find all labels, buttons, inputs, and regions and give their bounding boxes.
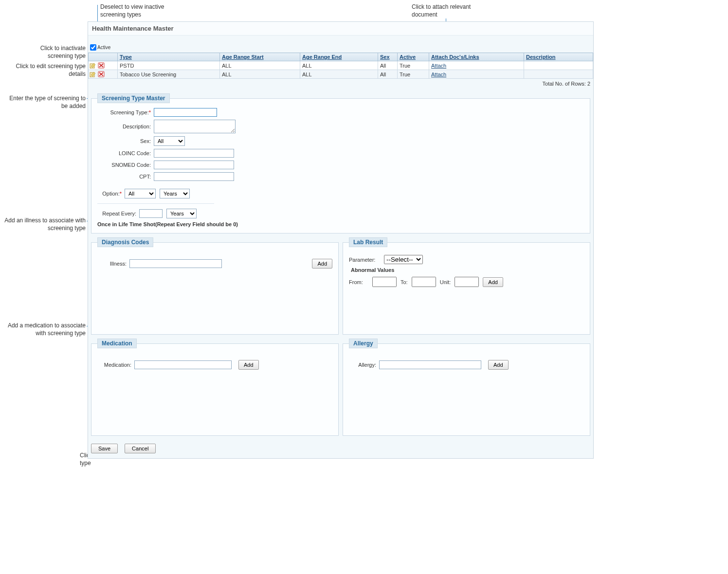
medication-input[interactable] — [134, 360, 232, 369]
to-label: To: — [400, 279, 408, 285]
sex-label: Sex: — [97, 138, 151, 144]
allergy-label: Allergy: — [349, 362, 376, 368]
abnormal-label: Abnormal Values — [351, 267, 584, 273]
diagnosis-codes: Diagnosis Codes Illness: Add — [91, 237, 339, 335]
cell-agestart: ALL — [220, 70, 300, 79]
cell-sex: All — [378, 70, 398, 79]
repeat-note: Once in Life Time Shot(Repeat Every Fiel… — [97, 221, 584, 227]
from-label: From: — [349, 279, 368, 285]
cell-desc — [524, 70, 593, 79]
add-lab-button[interactable]: Add — [483, 277, 503, 287]
app-panel: Health Maintenance Master Active Type Ag… — [88, 21, 594, 459]
allergy-section: Allergy Allergy: Add — [343, 339, 590, 436]
unit-label: Unit: — [440, 279, 451, 285]
cpt-input[interactable] — [154, 172, 234, 181]
screening-grid: Type Age Range Start Age Range End Sex A… — [88, 53, 593, 79]
active-row: Active — [88, 36, 593, 53]
delete-icon[interactable] — [98, 62, 105, 69]
screeningtype-label: Screening Type:* — [97, 109, 151, 115]
add-illness-button[interactable]: Add — [312, 259, 332, 269]
from-input[interactable] — [372, 277, 397, 287]
fieldset-legend: Lab Result — [349, 237, 387, 247]
repeat-unit-select[interactable]: Years — [166, 209, 197, 218]
cell-type: Tobacco Use Screening — [118, 70, 220, 79]
sex-select[interactable]: All — [154, 136, 185, 146]
option-select[interactable]: All — [125, 189, 156, 198]
illness-input[interactable] — [129, 259, 222, 268]
loinc-label: LOINC Code: — [97, 150, 151, 156]
edit-icon[interactable] — [90, 71, 96, 77]
cell-active: True — [398, 61, 429, 70]
parameter-select[interactable]: --Select-- — [384, 255, 423, 264]
attach-link[interactable]: Attach — [431, 63, 446, 69]
snomed-input[interactable] — [154, 161, 234, 169]
col-type[interactable]: Type — [118, 53, 220, 61]
callout-edit: Click to edit screening type details — [10, 62, 86, 78]
cpt-label: CPT: — [97, 174, 151, 179]
lab-result: Lab Result Parameter: --Select-- Abnorma… — [343, 237, 590, 335]
callout-deselect: Deselect to view inactive screening type… — [100, 3, 188, 18]
table-row: PSTD ALL ALL All True Attach — [89, 61, 593, 70]
col-active[interactable]: Active — [398, 53, 429, 61]
illness-label: Illness: — [97, 261, 127, 267]
col-attach[interactable]: Attach Doc's/Links — [429, 53, 524, 61]
loinc-input[interactable] — [154, 149, 234, 158]
snomed-label: SNOMED Code: — [97, 162, 151, 168]
description-input[interactable] — [154, 120, 236, 133]
screening-type-master: Screening Type Master Screening Type:* D… — [91, 93, 590, 233]
fieldset-legend: Allergy — [349, 339, 378, 348]
cell-ageend: ALL — [300, 70, 378, 79]
col-ageend[interactable]: Age Range End — [300, 53, 378, 61]
cell-agestart: ALL — [220, 61, 300, 70]
col-sex[interactable]: Sex — [378, 53, 398, 61]
screeningtype-input[interactable] — [154, 108, 217, 117]
medication-section: Medication Medication: Add — [91, 339, 339, 436]
delete-icon[interactable] — [98, 71, 105, 77]
page-title: Health Maintenance Master — [88, 22, 593, 36]
allergy-input[interactable] — [379, 360, 481, 369]
cell-desc — [524, 61, 593, 70]
medication-label: Medication: — [97, 362, 131, 368]
callout-attach: Click to attach relevant document — [412, 3, 490, 18]
option-label: Option:* — [83, 191, 122, 197]
fieldset-legend: Diagnosis Codes — [97, 237, 153, 247]
cell-type: PSTD — [118, 61, 220, 70]
edit-icon[interactable] — [90, 62, 96, 69]
rows-count: Total No. of Rows: 2 — [88, 79, 593, 90]
callout-med: Add a medication to associate with scree… — [0, 322, 86, 337]
add-medication-button[interactable]: Add — [238, 360, 259, 370]
parameter-label: Parameter: — [349, 257, 380, 263]
active-label: Active — [97, 45, 110, 50]
callout-illness: Add an illness to associate with screeni… — [0, 216, 86, 232]
col-actions — [89, 53, 118, 61]
option-unit-select[interactable]: Years — [160, 189, 190, 198]
to-input[interactable] — [412, 277, 436, 287]
description-label: Description: — [97, 124, 151, 129]
table-row: Tobacco Use Screening ALL ALL All True A… — [89, 70, 593, 79]
col-desc[interactable]: Description — [524, 53, 593, 61]
save-button[interactable]: Save — [91, 444, 118, 453]
callout-inactivate: Click to inactivate screening type — [22, 44, 86, 60]
unit-input[interactable] — [455, 277, 479, 287]
repeat-input[interactable] — [139, 209, 163, 218]
callout-entertype: Enter the type of screening to be added — [7, 94, 86, 110]
cell-active: True — [398, 70, 429, 79]
fieldset-legend: Medication — [97, 339, 137, 348]
active-checkbox[interactable] — [90, 44, 96, 51]
fieldset-legend: Screening Type Master — [97, 93, 170, 103]
cancel-button[interactable]: Cancel — [125, 444, 156, 453]
attach-link[interactable]: Attach — [431, 72, 446, 77]
repeat-label: Repeat Every: — [83, 211, 136, 216]
cell-sex: All — [378, 61, 398, 70]
cell-ageend: ALL — [300, 61, 378, 70]
col-agestart[interactable]: Age Range Start — [220, 53, 300, 61]
add-allergy-button[interactable]: Add — [488, 360, 509, 370]
